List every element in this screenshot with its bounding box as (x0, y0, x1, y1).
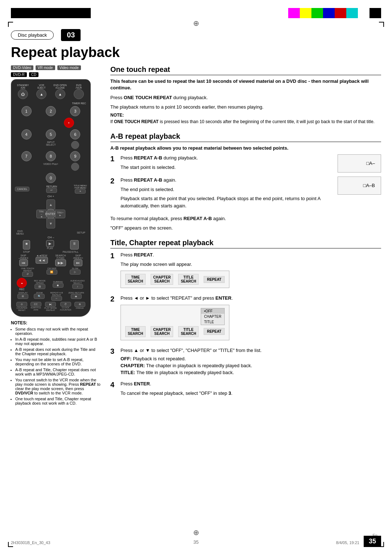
note-item-6: You cannot switch to the VCR mode when t… (15, 378, 102, 395)
setup-label: SETUP (77, 231, 85, 234)
remote-control: STANDBY/ON ⏻ VCREJECT ▲ DVD OPEN/CLOSE ▲… (11, 79, 91, 317)
color-bar (0, 7, 392, 20)
tc-screen-2-chapter-search: CHAPTERSEARCH (151, 326, 173, 337)
tc-screen-1: TIMESEARCH CHAPTERSEARCH TITLESEARCH REP… (121, 271, 229, 288)
title-def: TITLE: The title in playback is repeated… (121, 370, 381, 375)
remote-btn-2: 2 (46, 106, 56, 116)
remote-vcr-eject-btn: VCREJECT ▲ (33, 84, 50, 100)
remote-enter-btn: ENTER (46, 209, 56, 219)
ab-step-2-content: Press REPEAT A-B again. The end point is… (121, 177, 381, 211)
remote-btn-9: 9 (70, 151, 80, 161)
black-bar (11, 8, 91, 18)
remote-dpad: ▲ TRK–◄ ENTER TRK+► ▼ (36, 199, 65, 228)
remote-transport: ■ ▶ PLAY ⏸ (15, 240, 87, 250)
tc-screen-2-repeat-btn: REPEAT (204, 328, 225, 335)
badge-cd: CD (29, 72, 38, 77)
section-header-pill: Disc playback (11, 31, 54, 40)
tc-step-4-content: Press ENTER. To cancel the repeat playba… (121, 380, 381, 399)
remote-input-select-btn (71, 141, 79, 149)
left-column: DVD-Video VR mode Video mode DVD-R CD ST… (11, 65, 102, 407)
one-touch-note-text: If ONE TOUCH REPEAT is pressed less than… (110, 119, 381, 125)
right-column: One touch repeat This feature can be use… (110, 65, 381, 407)
ab-screen-1-label: □A– (342, 158, 376, 169)
tc-screen-2-title-search: TITLESEARCH (178, 326, 199, 337)
remote-menu-setup-row: DVDMENU SETUP (16, 230, 85, 235)
ab-screen-2: □A–B (338, 177, 381, 195)
one-touch-intro: This feature can be used to repeat the l… (110, 78, 381, 91)
note-item-5: A-B repeat and Title, Chapter repeat doe… (15, 368, 102, 376)
tc-screen-1-row: TIMESEARCH CHAPTERSEARCH TITLESEARCH REP… (125, 274, 225, 285)
remote-audio-select-btn: AUDIO/AUDIOSELECT ♪ (70, 280, 85, 289)
color-yellow (300, 8, 311, 18)
remote-angle-btn: ⋒ /ANGLE (74, 302, 85, 311)
note-item-1: Some discs may not work with the repeat … (15, 327, 102, 336)
dvd-menu-label: DVDMENU (16, 230, 24, 235)
remote-zoom-btn: ZOOM 🔍 (34, 292, 45, 301)
tc-screen-2-wrapper: •OFF CHAPTER TITLE TIMESEARCH CHAPTERSEA… (121, 305, 229, 340)
tc-dropdown-off: •OFF (201, 308, 224, 314)
color-red (335, 8, 346, 18)
remote-btn-0: 0 (46, 173, 56, 183)
remote-btn-5: 5 (46, 129, 56, 139)
remote-btn-3: 3 (70, 106, 80, 116)
footer-center: 35 (193, 539, 199, 545)
ab-step-num-2: 2 (110, 177, 117, 185)
one-touch-title: One touch repeat (110, 65, 381, 75)
title-chapter-section: Title, Chapter repeat playback 1 Press R… (110, 239, 381, 399)
remote-dubbing-btn: DUBBING ⏺ (53, 281, 64, 288)
color-green (311, 8, 323, 18)
tc-dropdown-title: TITLE (201, 319, 224, 325)
footer-right: 8/4/05, 19:21 (336, 540, 359, 545)
ab-step-1-content: Press REPEAT A-B during playback. The st… (121, 154, 381, 173)
tc-step-2: 2 Press ◄ or ► to select "REPEAT" and pr… (110, 295, 381, 343)
mode-badges: DVD-Video VR mode Video mode (11, 65, 102, 70)
remote-extra-row: ONE TOUCHREPEAT ↺ CM SKIP ⏩ SLOW ▷ (15, 267, 87, 277)
color-squares (288, 8, 381, 18)
ab-repeat-intro: A-B repeat playback allows you to repeat… (110, 145, 381, 151)
tc-step-1-detail: The play mode screen will appear. (121, 261, 381, 268)
corner-mark-tl (8, 22, 13, 27)
page-title: Repeat playback (11, 45, 381, 60)
videoplus-label: VIDEO Plus+ (39, 163, 62, 171)
remote-numpad: 1 2 3 ● 4 5 6 INPUTSELECT 7 8 9 VIDEO Pl… (15, 106, 87, 183)
tc-step-2-content: Press ◄ or ► to select "REPEAT" and pres… (121, 295, 381, 343)
one-touch-step1-detail: The playback returns to a point 10 secon… (110, 104, 381, 111)
tc-step-1-content: Press REPEAT. The play mode screen will … (121, 251, 381, 291)
remote-rew-btn: ◄◄REW ◄◄ (36, 254, 48, 266)
color-magenta (288, 8, 300, 18)
remote-rec-btn: ● REC (17, 278, 27, 291)
remote-top-row: STANDBY/ON ⏻ VCREJECT ▲ DVD OPEN/CLOSE ▲… (14, 84, 87, 100)
remote-display-row: DISPLAY ⊞ ZOOM 🔍 REPEAT A-B/REPEAT ↔ ZER… (15, 292, 87, 301)
title-def-text: The title in playback is repeatedly play… (136, 370, 234, 375)
one-touch-repeat-bold: ONE TOUCH REPEAT (124, 95, 172, 100)
section-header-text: Disc playback (18, 32, 47, 38)
remote-dpad-down: ▼ (46, 218, 55, 228)
ch-minus-label: CH – (13, 236, 88, 239)
tc-step-num-2: 2 (110, 295, 117, 303)
remote-btn-1: 1 (21, 106, 32, 116)
section-number: 03 (61, 29, 81, 41)
remote-repeat-ab-btn: REPEAT A-B/REPEAT ↔ (50, 292, 63, 301)
ab-step-2-with-screen: Press REPEAT A-B again. The end point is… (121, 177, 381, 211)
crosshair-bottom: ⊕ (193, 528, 199, 537)
tc-step-3-content: Press ▲ or ▼ to select "OFF", "CHAPTER" … (121, 347, 381, 377)
remote-play-area: ▶ PLAY (46, 240, 54, 250)
note-item-3: A-B repeat does not work during the Titl… (15, 347, 102, 356)
tc-screen-title-search: TITLESEARCH (178, 274, 199, 285)
tc-screen-time-search: TIMESEARCH (125, 274, 146, 285)
tc-step-num-1: 1 (110, 251, 117, 260)
tc-screen-2: •OFF CHAPTER TITLE TIMESEARCH CHAPTERSEA… (121, 305, 229, 340)
one-touch-section: One touch repeat This feature can be use… (110, 65, 381, 125)
color-cyan (346, 8, 358, 18)
remote-zero-return-btn: ZERO RETURN ⏏ (68, 292, 84, 301)
ab-off-text: "OFF" appears on the screen. (110, 224, 381, 232)
color-blue (323, 8, 335, 18)
ab-screen-1: □A– (338, 154, 381, 173)
input-select-label: INPUTSELECT (39, 141, 62, 150)
ab-step-2-text: Press REPEAT A-B again. The end point is… (121, 177, 333, 211)
color-black2 (369, 8, 381, 18)
remote-skip-minus-btn: SKIP–/INDEX ⏮ (19, 254, 28, 266)
ab-step-1-text: Press REPEAT A-B during playback. The st… (121, 154, 333, 173)
tc-dropdown: •OFF CHAPTER TITLE (201, 308, 225, 325)
chapter-def: CHAPTER: The chapter in playback is repe… (121, 363, 381, 368)
